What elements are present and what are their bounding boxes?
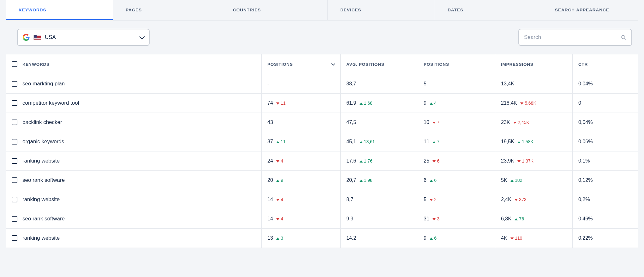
search-box[interactable] [518, 29, 632, 46]
triangle-down-icon [276, 160, 279, 163]
keyword-text[interactable]: seo markting plan [22, 81, 65, 87]
tab-search-appearance[interactable]: SEARCH APPEARANCE [542, 0, 644, 20]
triangle-down-icon [432, 160, 436, 163]
col-keywords[interactable]: KEYWORDS [6, 54, 262, 74]
delta-down: 1,37K [517, 158, 534, 163]
delta-up: 6 [430, 236, 437, 241]
triangle-up-icon [360, 141, 363, 143]
tabs-bar: KEYWORDSPAGESCOUNTRIESDEVICESDATESSEARCH… [6, 0, 638, 21]
cell-avg-positions: 8,7 [341, 190, 418, 209]
cell-ctr: 0,06% [573, 132, 638, 151]
cell-impressions: 19,5K 1,58K [495, 132, 573, 151]
row-checkbox[interactable] [12, 81, 17, 87]
row-checkbox[interactable] [12, 100, 17, 106]
keyword-text[interactable]: competitor keyword tool [22, 100, 79, 106]
search-input[interactable] [524, 34, 621, 40]
keyword-text[interactable]: ranking website [22, 196, 60, 203]
table-row: ranking website24 417,6 1,7625 623,9K 1,… [6, 151, 638, 171]
country-select[interactable]: USA [17, 29, 150, 46]
tab-pages[interactable]: PAGES [113, 0, 220, 20]
cell-keyword: organic keywords [6, 132, 262, 151]
row-checkbox[interactable] [12, 235, 17, 241]
col-label: AVG. POSITIONS [346, 62, 384, 67]
cell-positions: 37 11 [262, 132, 341, 151]
table-row: backlink checker43 47,5 10 723K 2,45K0,0… [6, 113, 638, 132]
search-icon [621, 34, 626, 40]
cell-avg-positions: 17,6 1,76 [341, 151, 418, 171]
col-label: IMPRESSIONS [501, 62, 534, 67]
row-checkbox[interactable] [12, 120, 17, 125]
cell-keyword: seo rank software [6, 171, 262, 190]
table-row: seo markting plan- 38,7 5 13,4K 0,04% [6, 74, 638, 94]
cell-positions-2: 10 7 [418, 113, 495, 132]
triangle-down-icon [276, 102, 279, 105]
delta-up: 13,61 [360, 139, 375, 144]
select-all-checkbox[interactable] [12, 61, 17, 67]
flag-icon [33, 35, 41, 40]
cell-positions-2: 5 2 [418, 190, 495, 209]
table-row: seo rank software20 920,7 1,986 65K 1820… [6, 171, 638, 190]
delta-up: 1,76 [360, 158, 373, 163]
col-ctr[interactable]: CTR [573, 54, 638, 74]
triangle-up-icon [360, 180, 363, 182]
col-impressions[interactable]: IMPRESSIONS [495, 54, 573, 74]
cell-positions-2: 6 6 [418, 171, 495, 190]
keyword-text[interactable]: organic keywords [22, 138, 64, 145]
delta-down: 4 [276, 158, 283, 163]
triangle-up-icon [430, 180, 433, 182]
table-row: ranking website14 48,7 5 22,4K 3730,2% [6, 190, 638, 209]
cell-ctr: 0,04% [573, 74, 638, 94]
chevron-down-icon [140, 34, 145, 40]
cell-positions: 74 11 [262, 94, 341, 113]
cell-avg-positions: 38,7 [341, 74, 418, 94]
tab-devices[interactable]: DEVICES [328, 0, 435, 20]
keyword-text[interactable]: seo rank software [22, 216, 65, 222]
triangle-down-icon [432, 122, 436, 124]
tab-dates[interactable]: DATES [435, 0, 542, 20]
keyword-text[interactable]: ranking website [22, 235, 60, 241]
delta-up: 9 [276, 178, 283, 183]
cell-positions: 43 [262, 113, 341, 132]
tab-countries[interactable]: COUNTRIES [220, 0, 328, 20]
chevron-down-icon [331, 62, 335, 66]
keyword-text[interactable]: backlink checker [22, 119, 62, 126]
cell-impressions: 6,8K 76 [495, 209, 573, 229]
triangle-up-icon [430, 237, 433, 240]
delta-down: 2,45K [513, 120, 529, 125]
row-checkbox[interactable] [12, 139, 17, 145]
cell-keyword: competitor keyword tool [6, 94, 262, 113]
delta-down: 6 [432, 158, 439, 163]
delta-up: 182 [510, 178, 522, 183]
cell-avg-positions: 61,9 1,68 [341, 94, 418, 113]
delta-down: 3 [432, 216, 439, 221]
row-checkbox[interactable] [12, 177, 17, 183]
keyword-text[interactable]: seo rank software [22, 177, 65, 183]
delta-up: 1,98 [360, 178, 373, 183]
table-row: seo rank software14 49,9 31 36,8K 760,46… [6, 209, 638, 229]
cell-ctr: 0,46% [573, 209, 638, 229]
keyword-text[interactable]: ranking website [22, 158, 60, 164]
tab-keywords[interactable]: KEYWORDS [6, 0, 113, 20]
triangle-up-icon [276, 141, 279, 143]
cell-ctr: 0,22% [573, 229, 638, 248]
col-positions-2[interactable]: POSITIONS [418, 54, 495, 74]
cell-keyword: seo rank software [6, 209, 262, 229]
delta-down: 373 [515, 197, 526, 202]
col-label: CTR [578, 62, 588, 67]
col-avg-positions[interactable]: AVG. POSITIONS [341, 54, 418, 74]
delta-up: 11 [276, 139, 286, 144]
cell-impressions: 4K 110 [495, 229, 573, 248]
cell-positions: 14 4 [262, 209, 341, 229]
keywords-table: KEYWORDS POSITIONS AVG. POSITIONS POSITI… [6, 54, 638, 248]
triangle-down-icon [520, 102, 523, 105]
svg-point-0 [622, 35, 625, 39]
cell-avg-positions: 45,1 13,61 [341, 132, 418, 151]
triangle-down-icon [276, 218, 279, 220]
row-checkbox[interactable] [12, 158, 17, 164]
google-icon [23, 34, 30, 41]
row-checkbox[interactable] [12, 197, 17, 202]
row-checkbox[interactable] [12, 216, 17, 222]
cell-avg-positions: 20,7 1,98 [341, 171, 418, 190]
triangle-up-icon [430, 102, 433, 105]
col-positions[interactable]: POSITIONS [262, 54, 341, 74]
